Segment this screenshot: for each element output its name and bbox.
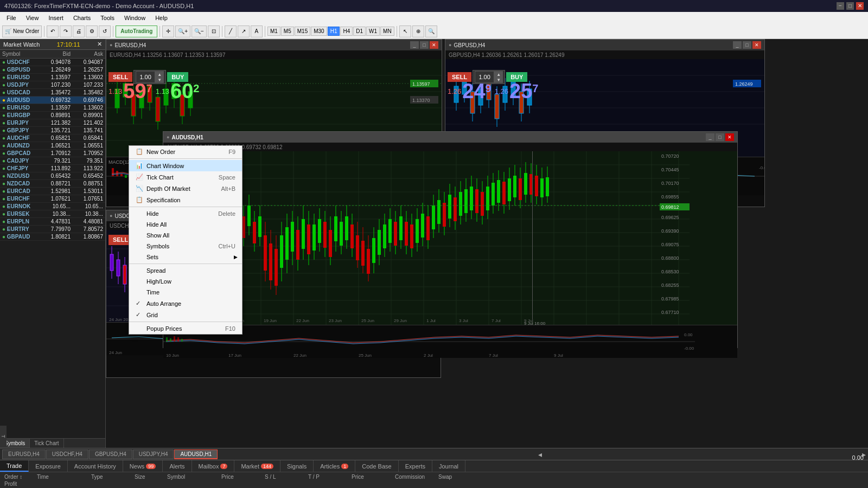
mw-row-eurtry-22[interactable]: ● EURTRY 7.79970 7.80572 bbox=[0, 226, 105, 233]
mw-row-gbpaud-23[interactable]: ● GBPAUD 1.80821 1.80867 bbox=[0, 233, 105, 241]
gbpusd-lot-up[interactable]: ▲ bbox=[495, 72, 502, 77]
ctx-auto-arrange[interactable]: ✓ Auto Arrange bbox=[129, 298, 242, 309]
maximize-button[interactable]: □ bbox=[846, 2, 854, 10]
mw-row-eurusd-6[interactable]: ● EURUSD 1.13597 1.13602 bbox=[0, 104, 105, 112]
bottom-tab-codebase[interactable]: Code Base bbox=[355, 460, 398, 472]
bottom-tab-mailbox[interactable]: Mailbox7 bbox=[192, 460, 235, 472]
audusd-chart-controls[interactable]: _ □ ✕ bbox=[706, 133, 734, 141]
undo-button[interactable]: ↶ bbox=[47, 25, 59, 37]
bottom-tab-articles[interactable]: Articles1 bbox=[314, 460, 355, 472]
bottom-tab-news[interactable]: News99 bbox=[123, 460, 163, 472]
chart-tab-scroll-left[interactable]: ◂ bbox=[538, 450, 542, 459]
mw-row-audnzd-11[interactable]: ● AUDNZD 1.06521 1.06551 bbox=[0, 142, 105, 150]
mw-row-chfjpy-14[interactable]: ● CHFJPY 113.892 113.922 bbox=[0, 165, 105, 172]
ctx-tick-chart[interactable]: 📈 Tick Chart Space bbox=[129, 171, 242, 183]
chart-tab-usdjpy[interactable]: USDJPY,H4 bbox=[133, 450, 174, 459]
gbpusd-minimize[interactable]: _ bbox=[733, 41, 742, 49]
ctx-show-all[interactable]: Show All bbox=[129, 230, 242, 241]
crosshair2-button[interactable]: ⊕ bbox=[412, 25, 424, 37]
bottom-tab-alerts[interactable]: Alerts bbox=[163, 460, 192, 472]
mw-row-audchf-10[interactable]: ● AUDCHF 0.65821 0.65841 bbox=[0, 134, 105, 142]
ctx-sets[interactable]: Sets bbox=[129, 252, 242, 262]
ctx-time[interactable]: Time bbox=[129, 287, 242, 298]
gbpusd-maximize[interactable]: □ bbox=[743, 41, 751, 49]
ctx-hide[interactable]: Hide Delete bbox=[129, 208, 242, 219]
mw-row-eurcad-17[interactable]: ● EURCAD 1.52981 1.53011 bbox=[0, 188, 105, 195]
ctx-chart-window[interactable]: 📊 Chart Window bbox=[129, 160, 242, 171]
mw-row-gbpcad-12[interactable]: ● GBPCAD 1.70912 1.70952 bbox=[0, 150, 105, 157]
close-button[interactable]: ✕ bbox=[856, 2, 864, 10]
tf-d1[interactable]: D1 bbox=[353, 27, 366, 36]
tf-m5[interactable]: M5 bbox=[281, 27, 294, 36]
chart-tab-usdchf[interactable]: USDCHF,H4 bbox=[46, 450, 88, 459]
mw-row-eursek-20[interactable]: ● EURSEK 10.38... 10.38... bbox=[0, 210, 105, 218]
crosshair-button[interactable]: ✛ bbox=[162, 25, 174, 37]
tf-w1[interactable]: W1 bbox=[366, 27, 380, 36]
mw-row-eurjpy-8[interactable]: ● EURJPY 121.382 121.402 bbox=[0, 119, 105, 127]
mw-row-audusd-5[interactable]: ● AUDUSD 0.69732 0.69746 bbox=[0, 97, 105, 104]
menu-view[interactable]: View bbox=[22, 12, 43, 24]
properties-button[interactable]: ⚙ bbox=[86, 25, 98, 37]
eurusd-close[interactable]: ✕ bbox=[430, 41, 438, 49]
refresh-button[interactable]: ↺ bbox=[99, 25, 111, 37]
gbpusd-close[interactable]: ✕ bbox=[752, 41, 761, 49]
chart-tab-gbpusd[interactable]: GBPUSD,H4 bbox=[89, 450, 132, 459]
menu-window[interactable]: Window bbox=[120, 12, 150, 24]
mw-row-eurpln-21[interactable]: ● EURPLN 4.47831 4.48081 bbox=[0, 218, 105, 226]
mw-row-gbpjpy-9[interactable]: ● GBPJPY 135.721 135.741 bbox=[0, 127, 105, 134]
tf-m15[interactable]: M15 bbox=[295, 27, 310, 36]
eurusd-chart-controls[interactable]: _ □ ✕ bbox=[410, 41, 438, 49]
search-button[interactable]: 🔍 bbox=[425, 25, 437, 37]
ctx-hide-all[interactable]: Hide All bbox=[129, 219, 242, 230]
menu-insert[interactable]: Insert bbox=[44, 12, 68, 24]
gbpusd-chart-controls[interactable]: _ □ ✕ bbox=[733, 41, 761, 49]
bottom-tab-market[interactable]: Market144 bbox=[234, 460, 280, 472]
zoom-in-button[interactable]: 🔍+ bbox=[175, 25, 190, 37]
bottom-tab-signals[interactable]: Signals bbox=[280, 460, 314, 472]
bottom-tab-account-history[interactable]: Account History bbox=[68, 460, 123, 472]
mw-row-gbpusd-1[interactable]: ● GBPUSD 1.26249 1.26257 bbox=[0, 66, 105, 74]
audusd-maximize[interactable]: □ bbox=[716, 133, 724, 141]
chart-tab-audusd[interactable]: AUDUSD,H1 bbox=[174, 450, 218, 459]
ctx-popup-prices[interactable]: Popup Prices F10 bbox=[129, 323, 242, 334]
ctx-high-low[interactable]: High/Low bbox=[129, 276, 242, 287]
title-bar-controls[interactable]: − □ ✕ bbox=[837, 2, 864, 10]
text-tool-button[interactable]: A bbox=[251, 25, 263, 37]
line-tool-button[interactable]: ╱ bbox=[225, 25, 237, 37]
mw-row-eurusd-2[interactable]: ● EURUSD 1.13597 1.13602 bbox=[0, 74, 105, 81]
minimize-button[interactable]: − bbox=[837, 2, 844, 10]
ctx-spread[interactable]: Spread bbox=[129, 265, 242, 276]
tf-m1[interactable]: M1 bbox=[267, 27, 280, 36]
mw-row-eurgbp-7[interactable]: ● EURGBP 0.89891 0.89901 bbox=[0, 112, 105, 119]
menu-tools[interactable]: Tools bbox=[96, 12, 119, 24]
chart-tab-eurusd[interactable]: EURUSD,H4 bbox=[2, 450, 46, 459]
bottom-tab-journal[interactable]: Journal bbox=[432, 460, 465, 472]
tf-m30[interactable]: M30 bbox=[311, 27, 327, 36]
mw-row-usdcad-4[interactable]: ● USDCAD 1.35472 1.35482 bbox=[0, 89, 105, 97]
audusd-minimize[interactable]: _ bbox=[706, 133, 714, 141]
eurusd-maximize[interactable]: □ bbox=[420, 41, 429, 49]
tf-mn[interactable]: MN bbox=[380, 27, 394, 36]
ctx-symbols[interactable]: Symbols Ctrl+U bbox=[129, 241, 242, 252]
mw-row-nzdusd-15[interactable]: ● NZDUSD 0.65432 0.65452 bbox=[0, 172, 105, 180]
audusd-chart-main[interactable]: 0.70720 0.70445 0.70170 0.69855 0.69812 … bbox=[163, 151, 737, 325]
mw-row-cadjpy-13[interactable]: ● CADJPY 79.321 79.351 bbox=[0, 157, 105, 165]
bottom-tab-experts[interactable]: Experts bbox=[399, 460, 432, 472]
bottom-tab-exposure[interactable]: Exposure bbox=[29, 460, 67, 472]
market-watch-close[interactable]: ✕ bbox=[97, 41, 102, 48]
eurusd-lot-up[interactable]: ▲ bbox=[156, 72, 163, 77]
mw-row-eurchf-18[interactable]: ● EURCHF 1.07621 1.07651 bbox=[0, 195, 105, 203]
ctx-new-order[interactable]: 📋 New Order F9 bbox=[129, 146, 242, 157]
tf-h1[interactable]: H1 bbox=[328, 27, 340, 36]
zoom-out-button[interactable]: 🔍− bbox=[192, 25, 207, 37]
ctx-depth-market[interactable]: 📉 Depth Of Market Alt+B bbox=[129, 183, 242, 194]
cursor-button[interactable]: ↖ bbox=[399, 25, 411, 37]
mw-row-usdchf-0[interactable]: ● USDCHF 0.94078 0.94087 bbox=[0, 59, 105, 66]
fit-button[interactable]: ⊡ bbox=[208, 25, 220, 37]
arrow-tool-button[interactable]: ↗ bbox=[238, 25, 250, 37]
panel-collapse-btn[interactable]: T bbox=[0, 426, 7, 447]
autotrading-button[interactable]: AutoTrading bbox=[116, 25, 157, 37]
redo-button[interactable]: ↷ bbox=[60, 25, 72, 37]
new-order-button[interactable]: 🛒 New Order bbox=[2, 25, 42, 37]
menu-charts[interactable]: Charts bbox=[69, 12, 95, 24]
